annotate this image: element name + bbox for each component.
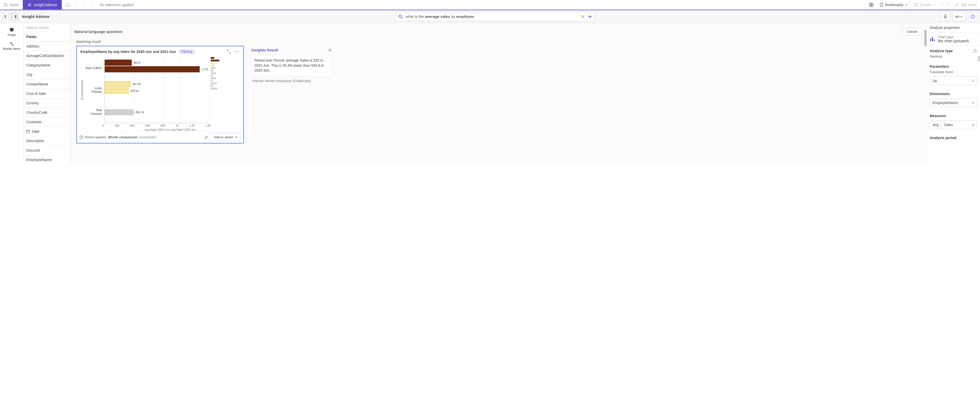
nl-search-input[interactable]: what is the average sales by employee: [406, 14, 579, 19]
chart-bar[interactable]: [105, 81, 131, 87]
no-selections-label: No selections applied: [97, 3, 135, 7]
list-view-button[interactable]: [3, 13, 10, 20]
chart-bar-label: 347.69: [131, 81, 141, 87]
minimap-bar: [211, 80, 212, 82]
clock-icon: [80, 136, 83, 139]
svg-rect-16: [5, 15, 6, 18]
chevron-right-icon: [948, 3, 950, 6]
chart-bar-label: 363.6: [132, 59, 140, 66]
notes-button[interactable]: Notes: [0, 0, 23, 10]
chart-minimap[interactable]: [211, 57, 220, 123]
close-insights-icon[interactable]: [328, 48, 332, 52]
chart-ylabel: EmployeeName: [80, 80, 83, 100]
chart-bar[interactable]: [105, 59, 132, 66]
cancel-button[interactable]: Cancel: [902, 27, 923, 35]
subbar-title: Insight Advisor: [22, 14, 50, 19]
clear-selections-icon[interactable]: [88, 1, 96, 9]
rail-fields[interactable]: Fields: [0, 25, 24, 39]
sheets-button[interactable]: Sheets: [911, 0, 939, 10]
step-back-icon[interactable]: [72, 1, 80, 9]
svg-point-37: [235, 51, 235, 52]
chart-bar-label: 388.74: [134, 109, 144, 115]
measure-agg[interactable]: Avg: [930, 121, 942, 129]
more-icon[interactable]: [235, 51, 240, 52]
chart-xtick: 1k: [176, 124, 179, 127]
rail-master-items[interactable]: Master items: [0, 39, 24, 53]
nlq-label: Natural language question: [74, 29, 122, 34]
search-assets-input[interactable]: [24, 23, 70, 32]
field-item[interactable]: City: [24, 70, 70, 80]
field-item[interactable]: CategoryName: [24, 61, 70, 70]
chevron-right-icon: [972, 101, 974, 104]
nl-search-box[interactable]: what is the average sales by employee: [396, 12, 595, 21]
chart-xtick: 0: [102, 124, 104, 127]
dimension-value: EmployeeName: [932, 101, 958, 105]
result-card: EmployeeName by avg Sales for 2020-Jun a…: [76, 46, 244, 144]
info-button[interactable]: [968, 12, 977, 21]
chart-bar[interactable]: [105, 88, 129, 94]
fields-list[interactable]: AddressAverageCallSatisfactionCategoryNa…: [24, 42, 70, 163]
view-switch: [3, 13, 18, 20]
chart-type-label: Chart type: [938, 35, 969, 39]
svg-point-38: [236, 51, 237, 52]
help-icon[interactable]: ?: [973, 49, 977, 53]
bookmarks-button[interactable]: Bookmarks: [877, 0, 911, 10]
voice-button[interactable]: [941, 12, 950, 21]
scroll-thumb[interactable]: [924, 30, 926, 46]
dimensions-header: Dimensions: [927, 88, 980, 98]
clear-icon[interactable]: [581, 15, 585, 18]
insight-advisor-label: Insight Advisor: [34, 3, 57, 7]
svg-rect-11: [872, 3, 873, 5]
field-item[interactable]: Cost of Sale: [24, 89, 70, 98]
bookmark-icon: [880, 3, 883, 7]
field-item[interactable]: Discount: [24, 146, 70, 155]
chart-bar[interactable]: [105, 66, 200, 72]
smart-selection-icon[interactable]: [63, 1, 72, 9]
field-item[interactable]: Country: [24, 98, 70, 108]
chevron-down-icon: [960, 16, 963, 18]
measure-select[interactable]: Avg Sales: [930, 120, 977, 129]
insights-panel: Insights found Period over Period: avera…: [251, 46, 332, 85]
svg-rect-31: [27, 130, 30, 133]
language-select[interactable]: en: [953, 12, 966, 21]
add-to-sheet-button[interactable]: Add to sheet: [210, 133, 241, 141]
toggle-layout-button[interactable]: [866, 0, 877, 10]
field-item[interactable]: AverageCallSatisfaction: [24, 51, 70, 61]
field-item[interactable]: Date: [24, 127, 70, 136]
field-item[interactable]: Address: [24, 42, 70, 51]
field-item[interactable]: EmployeeName: [24, 155, 70, 163]
step-forward-icon[interactable]: [80, 1, 88, 9]
panel-icon: [13, 15, 16, 18]
minimap-bar: [211, 75, 213, 77]
next-sheet-button[interactable]: [946, 0, 952, 10]
sheets-icon: [914, 3, 918, 6]
prev-sheet-button[interactable]: [939, 0, 946, 10]
favorable-trend-select[interactable]: Up: [930, 77, 977, 85]
panel-collapse-handle[interactable]: [978, 56, 980, 61]
measure-field-wrap[interactable]: Sales: [942, 121, 977, 129]
field-item[interactable]: Description: [24, 136, 70, 146]
rail-fields-label: Fields: [8, 33, 16, 37]
svg-rect-19: [15, 15, 16, 18]
field-item[interactable]: CountryCode: [24, 108, 70, 117]
chart-plot[interactable]: 363.61.27k347.69320.54-388.74: [105, 57, 209, 123]
field-item[interactable]: Customer: [24, 117, 70, 127]
chart-bar-label: -: [105, 102, 107, 109]
svg-line-21: [401, 18, 402, 18]
card-footer: Period applied: Month comparison (OrderD…: [77, 131, 243, 143]
insight-advisor-button[interactable]: Insight Advisor: [23, 0, 62, 10]
chart-bar[interactable]: [105, 109, 134, 115]
submit-icon[interactable]: [587, 15, 592, 18]
chevron-down-icon: [905, 4, 908, 6]
list-icon: [5, 15, 8, 18]
field-item[interactable]: ContactName: [24, 80, 70, 89]
dimension-select[interactable]: EmployeeName: [930, 98, 977, 107]
caret-down-icon: [235, 136, 237, 138]
grid-view-button[interactable]: [11, 13, 18, 20]
edit-sheet-button[interactable]: Edit sheet: [952, 0, 980, 10]
search-icon: [398, 14, 403, 19]
chevron-left-icon: [942, 3, 943, 6]
expand-icon[interactable]: [227, 50, 232, 53]
edit-chart-icon[interactable]: [204, 135, 208, 139]
chart-xtick: 200: [115, 124, 119, 127]
